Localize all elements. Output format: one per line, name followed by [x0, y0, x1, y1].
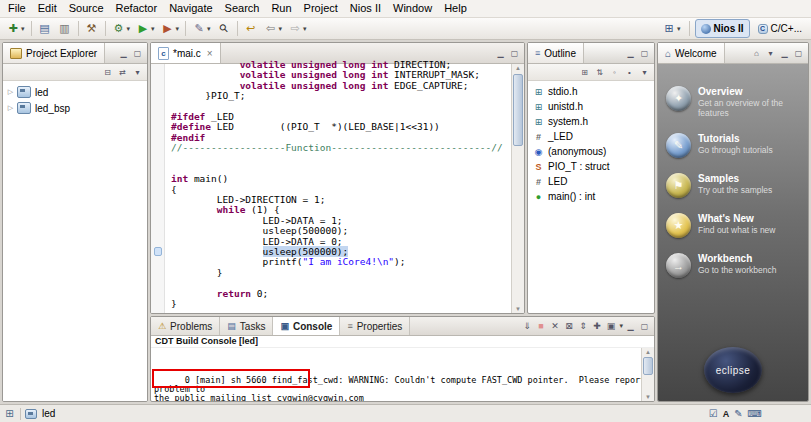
- view-menu-icon[interactable]: ▾: [131, 66, 144, 79]
- new-wizard-button[interactable]: ✚: [3, 19, 28, 38]
- run-button[interactable]: ▶: [133, 19, 158, 38]
- outline-item-led[interactable]: #LED: [528, 174, 654, 189]
- welcome-menu-icon[interactable]: ▾: [764, 47, 777, 60]
- editor-vertical-scrollbar[interactable]: [511, 64, 524, 313]
- menu-item-refactor[interactable]: Refactor: [110, 0, 164, 17]
- terminate-icon[interactable]: ■: [534, 320, 547, 333]
- welcome-item-what-s-new[interactable]: ★What's NewFind out what is new: [666, 213, 800, 238]
- project-explorer-tab[interactable]: Project Explorer: [3, 43, 105, 63]
- open-perspective-button[interactable]: [659, 19, 684, 38]
- scrollbar-thumb[interactable]: [513, 74, 523, 146]
- menu-item-edit[interactable]: Edit: [32, 0, 63, 17]
- console-vertical-scrollbar[interactable]: [641, 348, 654, 401]
- outline-tab[interactable]: Outline: [528, 43, 584, 63]
- menu-item-window[interactable]: Window: [387, 0, 438, 17]
- welcome-item-samples[interactable]: ⚑SamplesTry out the samples: [666, 173, 800, 198]
- maximize-icon[interactable]: [508, 47, 521, 60]
- welcome-item-tutorials[interactable]: ✎TutorialsGo through tutorials: [666, 133, 800, 158]
- menu-item-nios-ii[interactable]: Nios II: [344, 0, 387, 17]
- print-button[interactable]: ▥: [55, 19, 75, 38]
- welcome-item-workbench[interactable]: →WorkbenchGo to the workbench: [666, 253, 800, 278]
- tab-properties[interactable]: ≡Properties: [340, 317, 410, 335]
- console-output[interactable]: 0 [main] sh 5660 find_fast_cwd: WARNING:…: [151, 348, 641, 401]
- cpp-perspective-icon: [758, 24, 768, 34]
- menu-item-search[interactable]: Search: [219, 0, 266, 17]
- scroll-to-bottom-icon[interactable]: ⇓: [520, 320, 533, 333]
- welcome-home-icon[interactable]: ⌂: [750, 47, 763, 60]
- expand-arrow-icon[interactable]: [6, 104, 15, 112]
- view-menu-icon[interactable]: ▾: [638, 66, 651, 79]
- language-icon[interactable]: A: [723, 409, 730, 419]
- pin-console-icon[interactable]: ✚: [590, 320, 603, 333]
- input-method-icon[interactable]: ☑: [709, 408, 718, 419]
- welcome-item-overview[interactable]: ✦OverviewGet an overview of the features: [666, 86, 800, 118]
- tab-tasks[interactable]: ▤Tasks: [220, 317, 273, 335]
- minimize-icon[interactable]: [624, 320, 637, 333]
- debug-button[interactable]: ⚙: [109, 19, 134, 38]
- hide-static-icon[interactable]: •: [623, 66, 636, 79]
- last-edit-location-button[interactable]: ↩: [241, 19, 261, 38]
- minimize-icon[interactable]: [117, 47, 130, 60]
- minimize-icon[interactable]: [494, 47, 507, 60]
- build-all-icon: ⚒: [85, 20, 99, 37]
- editor-tab-label: *mai.c: [173, 48, 201, 59]
- outline-item-pio-t-struct[interactable]: SPIO_T : struct: [528, 159, 654, 174]
- include-icon: ⊞: [533, 117, 544, 127]
- menu-item-navigate[interactable]: Navigate: [163, 0, 218, 17]
- maximize-icon[interactable]: [131, 47, 144, 60]
- menu-item-help[interactable]: Help: [438, 0, 473, 17]
- project-item-led-bsp[interactable]: led_bsp: [3, 100, 147, 116]
- outline-item-system-h[interactable]: ⊞system.h: [528, 114, 654, 129]
- collapse-all-icon[interactable]: ⊟: [101, 66, 114, 79]
- perspective-button-nios-ii[interactable]: Nios II: [695, 19, 750, 38]
- link-with-editor-icon[interactable]: ⇄: [116, 66, 129, 79]
- hide-fields-icon[interactable]: ◦: [608, 66, 621, 79]
- back-button[interactable]: ⇦: [261, 19, 286, 38]
- console-controls: ⇓■✕⊠⇕✚▣: [520, 317, 654, 335]
- build-all-button[interactable]: ⚒: [82, 19, 102, 38]
- maximize-icon[interactable]: [792, 47, 805, 60]
- close-tab-icon[interactable]: [207, 48, 213, 59]
- forward-button[interactable]: ⇨: [285, 19, 310, 38]
- outline-item-main-int[interactable]: ●main() : int: [528, 189, 654, 204]
- forward-icon: ⇨: [288, 20, 302, 37]
- menu-item-run[interactable]: Run: [265, 0, 297, 17]
- expand-all-icon[interactable]: ⊞: [578, 66, 591, 79]
- search-button[interactable]: ⚲: [214, 19, 234, 38]
- console-toolbar: ⇓■✕⊠⇕✚▣: [520, 320, 623, 333]
- welcome-tab[interactable]: Welcome: [658, 43, 725, 63]
- statusbar-project-label: led: [42, 408, 55, 419]
- menu-item-project[interactable]: Project: [298, 0, 344, 17]
- minimize-icon[interactable]: [778, 47, 791, 60]
- menu-item-source[interactable]: Source: [63, 0, 110, 17]
- workbench-icon: →: [666, 253, 691, 278]
- minimize-icon[interactable]: [624, 47, 637, 60]
- external-tools-button[interactable]: ▶: [158, 19, 183, 38]
- tab-console[interactable]: ▣Console: [273, 317, 340, 335]
- sort-icon[interactable]: ⇅: [593, 66, 606, 79]
- outline-item-led[interactable]: #_LED: [528, 129, 654, 144]
- welcome-item-title: Samples: [698, 173, 772, 185]
- menu-item-file[interactable]: File: [2, 0, 32, 17]
- ime-pen-icon[interactable]: ✎: [734, 408, 742, 419]
- outline-item-unistd-h[interactable]: ⊞unistd.h: [528, 99, 654, 114]
- expand-arrow-icon[interactable]: [6, 88, 15, 96]
- remove-launch-icon[interactable]: ✕: [548, 320, 561, 333]
- outline-item-stdio-h[interactable]: ⊞stdio.h: [528, 84, 654, 99]
- scroll-lock-icon[interactable]: ⇕: [576, 320, 589, 333]
- tab-problems[interactable]: ⚠Problems: [151, 317, 220, 335]
- maximize-icon[interactable]: [638, 320, 651, 333]
- fast-view-icon[interactable]: [3, 407, 16, 420]
- ime-keyboard-icon[interactable]: ⌨: [748, 408, 762, 419]
- open-console-icon[interactable]: ▣: [604, 320, 617, 333]
- project-item-led[interactable]: led: [3, 84, 147, 100]
- perspective-button-c-c[interactable]: C/C+...: [752, 19, 808, 38]
- maximize-icon[interactable]: [638, 47, 651, 60]
- welcome-item-text: WorkbenchGo to the workbench: [698, 253, 776, 278]
- outline-item-anonymous[interactable]: ◉(anonymous): [528, 144, 654, 159]
- new-source-button[interactable]: ✎: [189, 19, 214, 38]
- code-editor[interactable]: volatile unsigned long int DIRECTION; vo…: [165, 60, 511, 313]
- save-button[interactable]: ▤: [35, 19, 55, 38]
- clear-console-icon[interactable]: ⊠: [562, 320, 575, 333]
- scrollbar-thumb[interactable]: [643, 357, 653, 375]
